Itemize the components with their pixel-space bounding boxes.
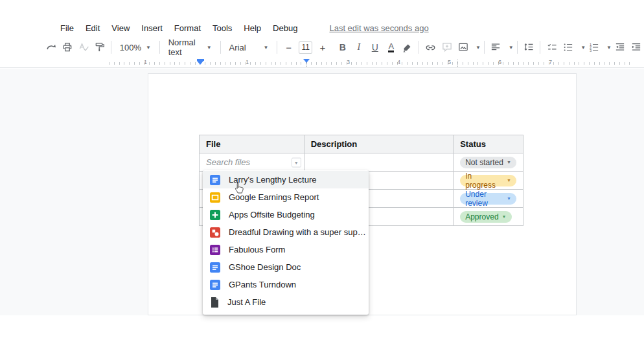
highlight-icon[interactable] (399, 39, 415, 55)
document-page: File Description Status Search files ▼ N… (148, 73, 577, 315)
divider (220, 41, 221, 54)
status-badge[interactable]: Approved▼ (460, 211, 511, 223)
chevron-down-icon: ▼ (507, 160, 511, 164)
font-select[interactable]: Arial ▼ (224, 39, 274, 55)
list-item[interactable]: Larry's Lengthy Lecture (203, 171, 369, 188)
chevron-down-icon[interactable]: ▼ (606, 45, 612, 51)
comment-icon[interactable] (439, 39, 455, 55)
divider (540, 41, 540, 54)
status-cell[interactable]: In progress▼ (454, 172, 523, 189)
menu-tools[interactable]: Tools (207, 23, 238, 33)
numbered-list-icon[interactable]: 123 (586, 39, 602, 55)
chevron-down-icon: ▼ (502, 214, 507, 219)
list-item[interactable]: Dreadful Drawing with a super sup… (203, 223, 369, 241)
chevron-down-icon: ▼ (264, 45, 269, 51)
insert-image-icon[interactable] (455, 39, 471, 55)
paragraph-style-select[interactable]: Normal text ▼ (163, 39, 217, 55)
divider (159, 41, 160, 54)
status-badge[interactable]: In progress▼ (460, 175, 516, 186)
list-item[interactable]: Fabulous Form (203, 241, 369, 258)
chevron-down-icon[interactable]: ▼ (581, 45, 586, 51)
file-icon (210, 297, 219, 308)
docs-icon (210, 262, 220, 273)
divider (111, 41, 111, 54)
status-cell[interactable]: Under review▼ (454, 190, 523, 207)
chevron-down-icon[interactable]: ▼ (509, 45, 514, 51)
status-cell[interactable]: Approved▼ (454, 208, 523, 225)
underline-button[interactable]: U (367, 39, 383, 55)
chevron-down-icon: ▼ (207, 45, 212, 51)
hand-cursor (234, 182, 244, 196)
list-item[interactable]: Google Earnings Report (203, 188, 369, 206)
file-search-cell[interactable]: Search files ▼ (200, 153, 305, 171)
menu-insert[interactable]: Insert (135, 23, 168, 33)
divider (517, 41, 518, 54)
paint-format-icon[interactable] (91, 39, 108, 55)
file-suggestion-dropdown: Larry's Lengthy Lecture Google Earnings … (203, 170, 369, 315)
style-value: Normal text (168, 38, 202, 57)
table-header-row: File Description Status (200, 135, 523, 153)
zoom-select[interactable]: 100% ▼ (115, 39, 156, 55)
font-size-field[interactable]: 11 (299, 41, 312, 54)
forms-icon (210, 245, 220, 255)
column-grip[interactable] (457, 60, 458, 67)
menu-debug[interactable]: Debug (267, 23, 303, 33)
header-cell-file[interactable]: File (200, 135, 305, 153)
sheets-icon (210, 210, 220, 220)
align-icon[interactable] (488, 39, 504, 55)
bold-button[interactable]: B (334, 39, 351, 55)
first-line-indent-marker[interactable] (303, 59, 310, 63)
print-icon[interactable] (59, 39, 75, 55)
link-icon[interactable] (422, 39, 439, 55)
status-cell[interactable]: Not started▼ (454, 153, 523, 171)
chevron-down-icon: ▼ (507, 196, 511, 201)
header-cell-description[interactable]: Description (305, 135, 454, 153)
text-color-button[interactable]: A (383, 39, 399, 55)
status-badge[interactable]: Under review▼ (460, 193, 516, 205)
google-docs-window: File Edit View Insert Format Tools Help … (0, 0, 644, 338)
status-badge[interactable]: Not started▼ (460, 157, 516, 168)
slides-icon (210, 192, 220, 203)
font-size-increase-button[interactable]: + (314, 39, 330, 55)
table-row: Search files ▼ Not started▼ (200, 153, 523, 172)
divider (419, 41, 419, 54)
list-item[interactable]: GPants Turndown (203, 276, 369, 293)
chevron-down-icon[interactable]: ▼ (476, 45, 481, 51)
chevron-down-icon: ▼ (146, 45, 151, 51)
checklist-icon[interactable] (544, 39, 560, 55)
document-canvas: File Description Status Search files ▼ N… (0, 69, 644, 315)
bullet-list-icon[interactable] (560, 39, 576, 55)
header-cell-status[interactable]: Status (454, 135, 523, 153)
list-item[interactable]: GShoe Design Doc (203, 258, 369, 276)
menu-file[interactable]: File (54, 23, 80, 33)
indent-icon[interactable] (628, 39, 644, 55)
last-edit-link[interactable]: Last edit was seconds ago (329, 23, 428, 33)
drawings-icon (210, 227, 220, 238)
description-cell[interactable] (305, 153, 454, 171)
docs-icon (210, 175, 220, 185)
line-spacing-icon[interactable] (520, 39, 536, 55)
menu-bar: File Edit View Insert Format Tools Help … (0, 21, 644, 35)
menu-view[interactable]: View (106, 23, 135, 33)
docs-icon (210, 280, 220, 290)
redo-icon[interactable] (43, 39, 59, 55)
chevron-down-icon: ▼ (507, 178, 511, 183)
list-item[interactable]: Apps Offsite Budgeting (203, 206, 369, 223)
divider (277, 41, 277, 54)
list-item[interactable]: Just A File (203, 293, 369, 311)
outdent-icon[interactable] (612, 39, 628, 55)
spellcheck-icon[interactable] (75, 39, 91, 55)
menu-format[interactable]: Format (168, 23, 207, 33)
left-indent-marker[interactable] (197, 61, 203, 65)
search-input[interactable]: Search files (206, 157, 250, 167)
chip-dropdown-toggle[interactable]: ▼ (292, 157, 301, 167)
svg-text:3: 3 (590, 49, 592, 52)
zoom-value: 100% (120, 43, 141, 52)
font-value: Arial (229, 43, 246, 52)
toolbar: 100% ▼ Normal text ▼ Arial ▼ − 11 + B I … (0, 37, 644, 58)
font-size-decrease-button[interactable]: − (281, 39, 297, 55)
menu-help[interactable]: Help (238, 23, 267, 33)
divider (484, 41, 485, 54)
italic-button[interactable]: I (351, 39, 367, 55)
menu-edit[interactable]: Edit (80, 23, 106, 33)
